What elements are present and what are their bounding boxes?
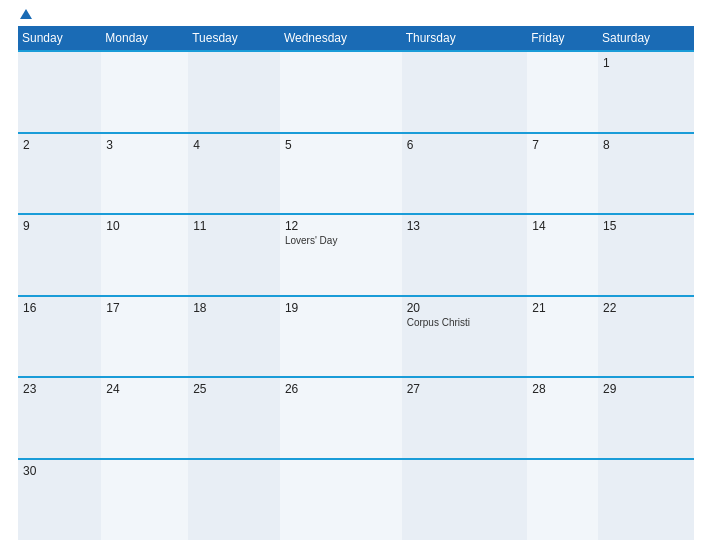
calendar-cell: 19 [280, 296, 402, 378]
day-number: 21 [532, 301, 593, 315]
day-number: 19 [285, 301, 397, 315]
calendar-cell: 17 [101, 296, 188, 378]
calendar-cell: 6 [402, 133, 528, 215]
week-row-2: 9101112Lovers' Day131415 [18, 214, 694, 296]
calendar-cell [598, 459, 694, 541]
calendar-cell: 20Corpus Christi [402, 296, 528, 378]
day-number: 28 [532, 382, 593, 396]
calendar-cell: 1 [598, 51, 694, 133]
calendar-cell: 9 [18, 214, 101, 296]
calendar-cell: 29 [598, 377, 694, 459]
day-number: 1 [603, 56, 689, 70]
weekday-header-tuesday: Tuesday [188, 26, 280, 51]
calendar-cell: 30 [18, 459, 101, 541]
day-number: 10 [106, 219, 183, 233]
week-row-1: 2345678 [18, 133, 694, 215]
calendar-table: SundayMondayTuesdayWednesdayThursdayFrid… [18, 26, 694, 540]
calendar-cell [101, 51, 188, 133]
day-number: 9 [23, 219, 96, 233]
weekday-header-thursday: Thursday [402, 26, 528, 51]
day-number: 2 [23, 138, 96, 152]
calendar-cell: 13 [402, 214, 528, 296]
day-number: 30 [23, 464, 96, 478]
day-number: 16 [23, 301, 96, 315]
day-number: 23 [23, 382, 96, 396]
calendar-cell: 16 [18, 296, 101, 378]
calendar-cell: 14 [527, 214, 598, 296]
weekday-header-saturday: Saturday [598, 26, 694, 51]
calendar-cell: 15 [598, 214, 694, 296]
weekday-header-sunday: Sunday [18, 26, 101, 51]
day-number: 6 [407, 138, 523, 152]
calendar-cell [402, 459, 528, 541]
logo-triangle-icon [20, 9, 32, 19]
calendar-cell: 27 [402, 377, 528, 459]
calendar-cell: 12Lovers' Day [280, 214, 402, 296]
calendar-cell: 3 [101, 133, 188, 215]
day-number: 22 [603, 301, 689, 315]
week-row-3: 1617181920Corpus Christi2122 [18, 296, 694, 378]
calendar-page: SundayMondayTuesdayWednesdayThursdayFrid… [0, 0, 712, 550]
day-number: 15 [603, 219, 689, 233]
calendar-cell: 26 [280, 377, 402, 459]
weekday-header-row: SundayMondayTuesdayWednesdayThursdayFrid… [18, 26, 694, 51]
logo [18, 10, 32, 20]
calendar-cell: 4 [188, 133, 280, 215]
day-number: 20 [407, 301, 523, 315]
calendar-cell: 10 [101, 214, 188, 296]
weekday-header-monday: Monday [101, 26, 188, 51]
calendar-cell [402, 51, 528, 133]
calendar-cell [101, 459, 188, 541]
calendar-cell: 21 [527, 296, 598, 378]
calendar-cell: 22 [598, 296, 694, 378]
day-number: 14 [532, 219, 593, 233]
calendar-cell [280, 51, 402, 133]
week-row-5: 30 [18, 459, 694, 541]
calendar-cell: 18 [188, 296, 280, 378]
day-number: 4 [193, 138, 275, 152]
calendar-cell [527, 51, 598, 133]
day-number: 17 [106, 301, 183, 315]
day-number: 3 [106, 138, 183, 152]
event-label: Lovers' Day [285, 235, 397, 246]
weekday-header-friday: Friday [527, 26, 598, 51]
calendar-cell [527, 459, 598, 541]
calendar-header [18, 10, 694, 20]
day-number: 12 [285, 219, 397, 233]
week-row-4: 23242526272829 [18, 377, 694, 459]
day-number: 7 [532, 138, 593, 152]
week-row-0: 1 [18, 51, 694, 133]
calendar-cell: 7 [527, 133, 598, 215]
calendar-cell [188, 459, 280, 541]
calendar-cell: 28 [527, 377, 598, 459]
day-number: 27 [407, 382, 523, 396]
calendar-cell: 5 [280, 133, 402, 215]
day-number: 29 [603, 382, 689, 396]
calendar-cell: 8 [598, 133, 694, 215]
calendar-cell: 24 [101, 377, 188, 459]
weekday-header-wednesday: Wednesday [280, 26, 402, 51]
calendar-cell: 25 [188, 377, 280, 459]
day-number: 24 [106, 382, 183, 396]
calendar-cell [280, 459, 402, 541]
day-number: 18 [193, 301, 275, 315]
day-number: 25 [193, 382, 275, 396]
calendar-cell [18, 51, 101, 133]
calendar-cell [188, 51, 280, 133]
event-label: Corpus Christi [407, 317, 523, 328]
calendar-cell: 2 [18, 133, 101, 215]
day-number: 26 [285, 382, 397, 396]
day-number: 8 [603, 138, 689, 152]
day-number: 13 [407, 219, 523, 233]
day-number: 11 [193, 219, 275, 233]
calendar-cell: 11 [188, 214, 280, 296]
day-number: 5 [285, 138, 397, 152]
calendar-cell: 23 [18, 377, 101, 459]
